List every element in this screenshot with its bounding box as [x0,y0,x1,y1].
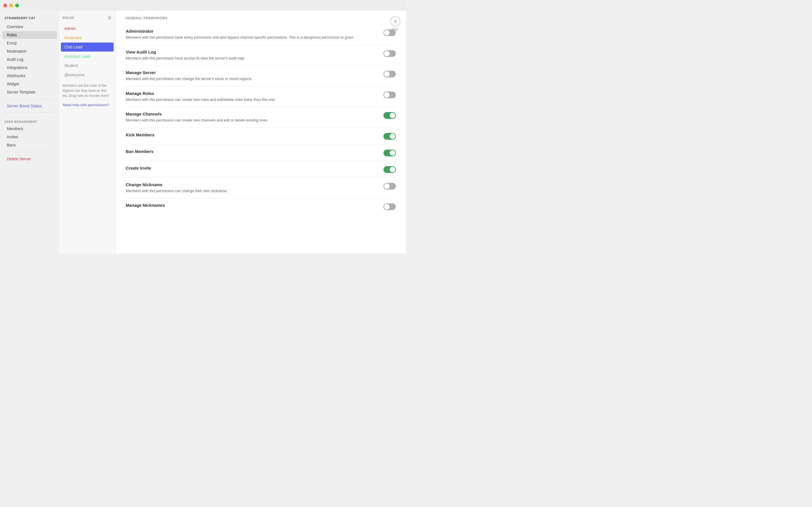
permission-info-manage-channels: Manage ChannelsMembers with this permiss… [126,112,384,123]
permission-desc-manage-server: Members with this permission can change … [126,76,378,82]
permission-info-manage-server: Manage ServerMembers with this permissio… [126,70,384,82]
title-bar [0,0,406,11]
toggle-create-invite[interactable] [384,166,396,173]
permission-name-manage-roles: Manage Roles [126,91,378,96]
toggle-container-manage-server [384,70,396,77]
permission-desc-view-audit-log: Members with this permission have access… [126,55,378,61]
close-icon[interactable]: ✕ [390,16,400,26]
permission-name-administrator: Administrator [126,29,378,34]
permissions-panel: ✕ ESC GENERAL PERMISSIONS AdministratorM… [116,11,406,253]
permission-row-view-audit-log: View Audit LogMembers with this permissi… [126,45,396,66]
toggle-container-manage-channels [384,112,396,119]
permission-name-manage-nicknames: Manage Nicknames [126,203,378,208]
roles-list: AdminModeratorClub LeadAssistant LeadStu… [59,24,115,79]
permission-name-manage-server: Manage Server [126,70,378,75]
toggle-administrator[interactable] [384,29,396,36]
toggle-container-manage-nicknames [384,203,396,210]
permission-row-kick-members: Kick Members [126,128,396,145]
sidebar-item-server-template[interactable]: Server Template [2,88,57,96]
toggle-manage-roles[interactable] [384,92,396,98]
permission-row-change-nickname: Change NicknameMembers with this permiss… [126,178,396,199]
role-item-moderator[interactable]: Moderator [61,33,114,42]
role-item-club-lead[interactable]: Club Lead [61,43,114,52]
permission-info-manage-nicknames: Manage Nicknames [126,203,384,209]
sidebar-item-invites[interactable]: Invites [2,133,57,141]
sidebar-item-server-boost-status[interactable]: Server Boost Status [2,102,57,110]
permission-name-manage-channels: Manage Channels [126,112,378,116]
toggle-container-administrator [384,29,396,36]
permission-name-view-audit-log: View Audit Log [126,50,378,54]
permission-row-manage-nicknames: Manage Nicknames [126,198,396,215]
permission-row-create-invite: Create Invite [126,161,396,178]
roles-header-label: ROLES [63,16,74,19]
sidebar-item-members[interactable]: Members [2,125,57,133]
permission-info-kick-members: Kick Members [126,132,384,138]
permission-desc-manage-channels: Members with this permission can create … [126,117,378,123]
server-name: STRAWBERRY CAT [0,16,59,22]
permissions-section-label: GENERAL PERMISSIONS [126,16,396,20]
toggle-manage-channels[interactable] [384,112,396,119]
permission-row-manage-roles: Manage RolesMembers with this permission… [126,87,396,107]
toggle-container-create-invite [384,166,396,173]
toggle-ban-members[interactable] [384,150,396,156]
permission-info-ban-members: Ban Members [126,149,384,155]
role-item-admin[interactable]: Admin [61,24,114,33]
role-item-assistant-lead[interactable]: Assistant Lead [61,52,114,61]
user-management-nav: MembersInvitesBans [0,125,59,149]
close-button[interactable] [3,4,7,7]
minimize-button[interactable] [9,4,13,7]
roles-hint: Members use the color of the highest rol… [59,80,115,102]
sidebar-item-widget[interactable]: Widget [2,80,57,88]
permissions-list: AdministratorMembers with this permissio… [126,24,396,215]
role-item-everyone[interactable]: @everyone [61,70,114,79]
permission-desc-change-nickname: Members with this permission can change … [126,188,378,194]
permission-row-manage-server: Manage ServerMembers with this permissio… [126,66,396,87]
permission-desc-administrator: Members with this permission have every … [126,35,378,40]
main-content: STRAWBERRY CAT OverviewRolesEmojiModerat… [0,11,406,253]
add-role-button[interactable]: ⊕ [107,15,112,20]
sidebar-item-overview[interactable]: Overview [2,23,57,31]
left-sidebar: STRAWBERRY CAT OverviewRolesEmojiModerat… [0,11,59,253]
permission-info-administrator: AdministratorMembers with this permissio… [126,29,384,40]
sidebar-divider-2 [4,113,55,113]
permission-name-ban-members: Ban Members [126,149,378,154]
sidebar-item-emoji[interactable]: Emoji [2,39,57,47]
sidebar-item-delete-server[interactable]: Delete Server [2,155,57,163]
sidebar-item-moderation[interactable]: Moderation [2,47,57,55]
toggle-container-kick-members [384,132,396,140]
toggle-manage-server[interactable] [384,71,396,77]
permission-row-manage-channels: Manage ChannelsMembers with this permiss… [126,107,396,128]
toggle-kick-members[interactable] [384,133,396,140]
permission-info-manage-roles: Manage RolesMembers with this permission… [126,91,384,103]
toggle-container-view-audit-log [384,50,396,57]
permission-row-ban-members: Ban Members [126,145,396,161]
roles-header: ROLES ⊕ [59,15,115,24]
toggle-change-nickname[interactable] [384,183,396,189]
main-nav: OverviewRolesEmojiModerationAudit LogInt… [0,23,59,96]
permission-info-view-audit-log: View Audit LogMembers with this permissi… [126,50,384,61]
sidebar-divider-1 [4,99,55,99]
permission-info-create-invite: Create Invite [126,166,384,172]
user-management-label: USER MANAGEMENT [0,116,59,124]
permission-desc-manage-roles: Members with this permission can create … [126,97,378,103]
need-help-link[interactable]: Need help with permissions? [59,102,115,108]
toggle-container-ban-members [384,149,396,156]
toggle-manage-nicknames[interactable] [384,203,396,210]
toggle-view-audit-log[interactable] [384,50,396,57]
permission-info-change-nickname: Change NicknameMembers with this permiss… [126,182,384,194]
sidebar-item-integrations[interactable]: Integrations [2,64,57,71]
permission-name-kick-members: Kick Members [126,132,378,137]
toggle-container-change-nickname [384,182,396,189]
role-item-student[interactable]: Student [61,61,114,70]
permission-name-create-invite: Create Invite [126,166,378,170]
sidebar-divider-3 [4,152,55,152]
permission-row-administrator: AdministratorMembers with this permissio… [126,24,396,45]
roles-panel: ROLES ⊕ AdminModeratorClub LeadAssistant… [59,11,116,253]
permission-name-change-nickname: Change Nickname [126,182,378,187]
toggle-container-manage-roles [384,91,396,98]
sidebar-item-bans[interactable]: Bans [2,141,57,149]
sidebar-item-audit-log[interactable]: Audit Log [2,55,57,63]
sidebar-item-roles[interactable]: Roles [2,31,57,39]
maximize-button[interactable] [15,4,19,7]
sidebar-item-webhooks[interactable]: Webhooks [2,72,57,80]
